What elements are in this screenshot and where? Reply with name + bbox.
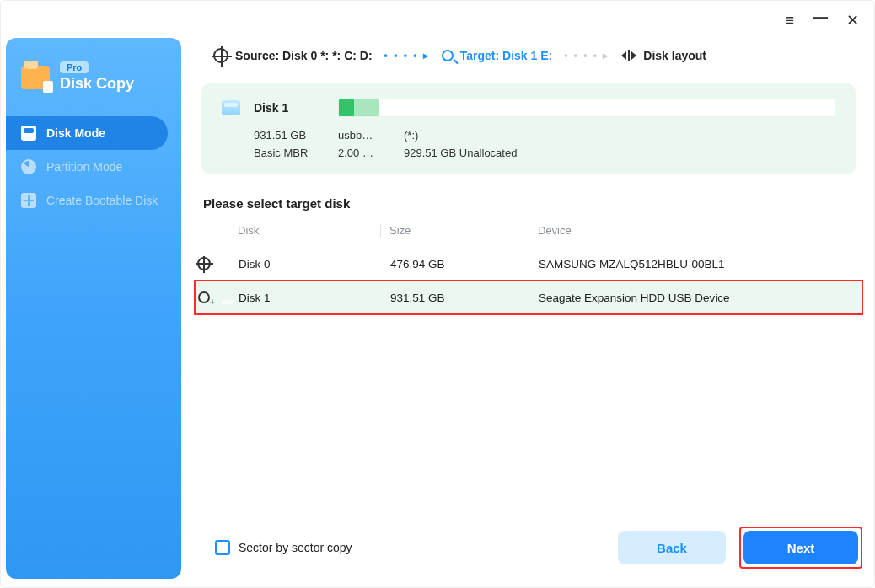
- step-dots-icon: • • • • ▸: [564, 50, 609, 61]
- step-source[interactable]: Source: Disk 0 *: *: C: D:: [213, 48, 373, 63]
- th-size: Size: [380, 224, 529, 237]
- partition-segment: [354, 99, 379, 116]
- create-bootable-icon: [21, 193, 36, 208]
- cell-disk-name: Disk 0: [239, 258, 382, 270]
- brand: Pro Disk Copy: [6, 61, 181, 93]
- app-logo-icon: [21, 66, 50, 89]
- sidebar: Pro Disk Copy Disk Mode Partition Mode C…: [6, 38, 181, 579]
- cell-size: 931.51 GB: [382, 291, 530, 304]
- partition-bar: [338, 99, 835, 117]
- step-indicator: Source: Disk 0 *: *: C: D: • • • • ▸ Tar…: [213, 48, 862, 63]
- next-button[interactable]: Next: [743, 531, 858, 564]
- cell-device: SAMSUNG MZALQ512HBLU-00BL1: [530, 258, 862, 270]
- step-target[interactable]: Target: Disk 1 E:: [442, 49, 552, 62]
- th-disk: Disk: [237, 224, 380, 237]
- minimize-icon[interactable]: —: [813, 9, 828, 24]
- sector-copy-checkbox[interactable]: [215, 540, 230, 555]
- crosshair-icon: [213, 48, 228, 63]
- sidebar-item-label: Disk Mode: [46, 126, 105, 140]
- summary-part1-size: 2.00 …: [338, 147, 390, 159]
- disk-table-header: Disk Size Device: [195, 224, 862, 247]
- summary-total-size: 931.51 GB: [254, 129, 325, 142]
- cell-disk-name: Disk 1: [239, 291, 382, 304]
- summary-part2-name: (*:): [404, 129, 446, 142]
- summary-scheme: Basic MBR: [254, 147, 325, 159]
- th-device: Device: [529, 224, 862, 237]
- target-marker-icon: [195, 291, 213, 303]
- table-row[interactable]: Disk 1 931.51 GB Seagate Expansion HDD U…: [195, 281, 862, 314]
- sidebar-item-create-bootable[interactable]: Create Bootable Disk: [6, 184, 181, 217]
- target-magnifier-icon: [442, 50, 454, 61]
- sidebar-item-partition-mode[interactable]: Partition Mode: [6, 150, 181, 184]
- partition-segment: [339, 99, 354, 116]
- source-marker-icon: [195, 257, 213, 270]
- app-window: ≡ — ✕ Pro Disk Copy Disk Mode Partition …: [0, 0, 875, 588]
- close-icon[interactable]: ✕: [846, 13, 859, 28]
- menu-icon[interactable]: ≡: [785, 13, 794, 28]
- disk-icon: [222, 100, 240, 115]
- app-name: Disk Copy: [60, 75, 134, 93]
- step-label: Source: Disk 0 *: *: C: D:: [235, 49, 373, 62]
- footer: Sector by sector copy Back Next: [195, 527, 862, 569]
- step-disk-layout[interactable]: Disk layout: [621, 48, 706, 63]
- cell-size: 476.94 GB: [382, 258, 530, 270]
- disk-mode-icon: [21, 126, 36, 141]
- step-dots-icon: • • • • ▸: [384, 50, 430, 61]
- partition-mode-icon: [21, 159, 36, 174]
- table-row[interactable]: Disk 0 476.94 GB SAMSUNG MZALQ512HBLU-00…: [195, 247, 862, 281]
- target-summary-panel: Disk 1 931.51 GB usbb… (*:) Basic MBR 2.…: [201, 83, 856, 174]
- summary-unallocated: 929.51 GB Unallocated: [404, 147, 517, 159]
- sidebar-item-label: Partition Mode: [46, 160, 122, 174]
- sidebar-item-label: Create Bootable Disk: [46, 194, 158, 207]
- summary-part1-name: usbb…: [338, 129, 390, 142]
- cell-device: Seagate Expansion HDD USB Device: [530, 291, 862, 304]
- next-button-highlight: Next: [739, 527, 862, 569]
- section-title: Please select target disk: [203, 196, 862, 211]
- summary-disk-name: Disk 1: [254, 101, 325, 115]
- pro-badge: Pro: [60, 61, 89, 73]
- step-label: Disk layout: [643, 49, 706, 62]
- back-button[interactable]: Back: [618, 531, 726, 564]
- main-content: Source: Disk 0 *: *: C: D: • • • • ▸ Tar…: [195, 48, 862, 314]
- window-controls: ≡ — ✕: [785, 13, 859, 28]
- sector-copy-label: Sector by sector copy: [239, 541, 352, 554]
- step-label: Target: Disk 1 E:: [460, 49, 552, 62]
- sidebar-item-disk-mode[interactable]: Disk Mode: [6, 116, 168, 150]
- disk-layout-icon: [621, 48, 636, 63]
